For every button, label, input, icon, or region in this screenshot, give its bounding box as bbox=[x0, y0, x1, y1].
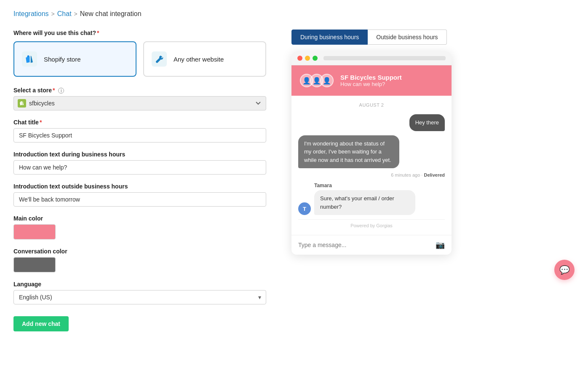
store-select[interactable]: sfbicycles bbox=[13, 96, 266, 110]
main-layout: Where will you use this chat?* Shopify s… bbox=[13, 30, 575, 331]
conversation-color-swatch[interactable] bbox=[13, 257, 56, 272]
right-panel: During business hours Outside business h… bbox=[291, 30, 575, 280]
chat-title-label: Chat title* bbox=[13, 119, 266, 126]
other-website-card-label: Any other website bbox=[174, 56, 224, 63]
main-color-swatch[interactable] bbox=[13, 224, 56, 239]
camera-icon[interactable]: 📷 bbox=[436, 240, 445, 250]
breadcrumb: Integrations > Chat > New chat integrati… bbox=[13, 10, 575, 18]
avatar-person-1: 👤 bbox=[302, 77, 311, 85]
breadcrumb-integrations[interactable]: Integrations bbox=[13, 10, 49, 18]
store-select-wrapper: sfbicycles bbox=[13, 96, 266, 110]
intro-outside-input[interactable] bbox=[13, 192, 266, 207]
agent-avatar: T bbox=[298, 202, 311, 215]
wrench-icon bbox=[151, 51, 168, 67]
message-bubble-1: Hey there bbox=[409, 114, 445, 131]
chat-messages: AUGUST 2 Hey there I'm wondering about t… bbox=[291, 96, 452, 235]
intro-business-label: Introduction text during business hours bbox=[13, 151, 266, 158]
store-info-icon[interactable]: i bbox=[58, 88, 64, 94]
message-row-1: Hey there bbox=[298, 114, 445, 131]
chat-message-input[interactable] bbox=[298, 242, 432, 248]
required-star: * bbox=[97, 30, 99, 36]
chrome-maximize-dot bbox=[313, 56, 318, 61]
chat-title-group: Chat title* bbox=[13, 119, 266, 143]
powered-by: Powered by Gorgias bbox=[298, 219, 445, 231]
add-new-chat-button[interactable]: Add new chat bbox=[13, 316, 69, 331]
left-panel: Where will you use this chat?* Shopify s… bbox=[13, 30, 266, 331]
chat-title-input[interactable] bbox=[13, 128, 266, 143]
meta-time: 6 minutes ago · bbox=[391, 172, 424, 178]
during-business-hours-button[interactable]: During business hours bbox=[291, 30, 368, 45]
chat-input-area: 📷 bbox=[291, 235, 452, 255]
avatar-3: 👤 bbox=[320, 74, 334, 87]
main-color-group: Main color bbox=[13, 215, 266, 239]
intro-outside-group: Introduction text outside business hours bbox=[13, 183, 266, 207]
chat-title-required-star: * bbox=[40, 119, 42, 126]
store-select-group: Select a store* i sfbicycles bbox=[13, 87, 266, 110]
avatar-person-3: 👤 bbox=[323, 77, 331, 85]
agent-msg-block: Tamara Sure, what's your email / order n… bbox=[314, 183, 415, 215]
website-type-group: Where will you use this chat?* Shopify s… bbox=[13, 30, 266, 77]
message-bubble-2: I'm wondering about the status of my ord… bbox=[298, 135, 399, 169]
chat-header: 👤 👤 👤 SF Bicycles Support How can we hel… bbox=[291, 65, 452, 96]
language-select[interactable]: English (US) French Spanish German Itali… bbox=[13, 290, 266, 304]
chat-date-label: AUGUST 2 bbox=[298, 102, 445, 108]
chat-fab-icon: 💬 bbox=[559, 265, 570, 275]
agent-name: Tamara bbox=[314, 183, 415, 188]
chat-fab-button[interactable]: 💬 bbox=[554, 260, 575, 280]
shopify-card[interactable]: Shopify store bbox=[13, 41, 136, 77]
intro-business-group: Introduction text during business hours bbox=[13, 151, 266, 175]
business-hours-toggle: During business hours Outside business h… bbox=[291, 30, 575, 45]
website-type-label: Where will you use this chat?* bbox=[13, 30, 266, 36]
conversation-color-group: Conversation color bbox=[13, 248, 266, 272]
message-row-3: T Tamara Sure, what's your email / order… bbox=[298, 183, 445, 215]
intro-business-input[interactable] bbox=[13, 160, 266, 175]
shopify-icon bbox=[21, 51, 38, 67]
meta-delivered: Delivered bbox=[424, 172, 445, 178]
chrome-url-bar bbox=[323, 56, 446, 60]
breadcrumb-sep1: > bbox=[51, 11, 55, 17]
shopify-card-label: Shopify store bbox=[44, 56, 81, 63]
language-label: Language bbox=[13, 281, 266, 288]
language-select-wrapper: English (US) French Spanish German Itali… bbox=[13, 290, 266, 304]
store-select-label: Select a store* i bbox=[13, 87, 266, 94]
main-color-label: Main color bbox=[13, 215, 266, 222]
store-required-star: * bbox=[53, 87, 55, 94]
message-meta: 6 minutes ago · Delivered bbox=[298, 172, 445, 178]
chat-preview: 👤 👤 👤 SF Bicycles Support How can we hel… bbox=[291, 51, 452, 255]
chrome-minimize-dot bbox=[305, 56, 310, 61]
other-website-card[interactable]: Any other website bbox=[143, 41, 266, 77]
breadcrumb-current: New chat integration bbox=[80, 10, 142, 18]
chat-header-avatars: 👤 👤 👤 bbox=[300, 74, 334, 87]
chat-header-title: SF Bicycles Support bbox=[340, 74, 402, 81]
language-group: Language English (US) French Spanish Ger… bbox=[13, 281, 266, 304]
chrome-close-dot bbox=[297, 56, 302, 61]
breadcrumb-sep2: > bbox=[74, 11, 78, 17]
window-chrome bbox=[291, 51, 452, 65]
message-row-2: I'm wondering about the status of my ord… bbox=[298, 135, 445, 169]
chat-header-text: SF Bicycles Support How can we help? bbox=[340, 74, 402, 87]
intro-outside-label: Introduction text outside business hours bbox=[13, 183, 266, 190]
outside-business-hours-button[interactable]: Outside business hours bbox=[368, 30, 446, 45]
store-shopify-icon bbox=[18, 99, 26, 108]
chat-header-subtitle: How can we help? bbox=[340, 81, 402, 87]
website-type-cards: Shopify store Any other website bbox=[13, 41, 266, 77]
conversation-color-label: Conversation color bbox=[13, 248, 266, 255]
avatar-person-2: 👤 bbox=[313, 77, 321, 85]
message-bubble-3: Sure, what's your email / order number? bbox=[314, 190, 415, 215]
breadcrumb-chat[interactable]: Chat bbox=[57, 10, 72, 18]
